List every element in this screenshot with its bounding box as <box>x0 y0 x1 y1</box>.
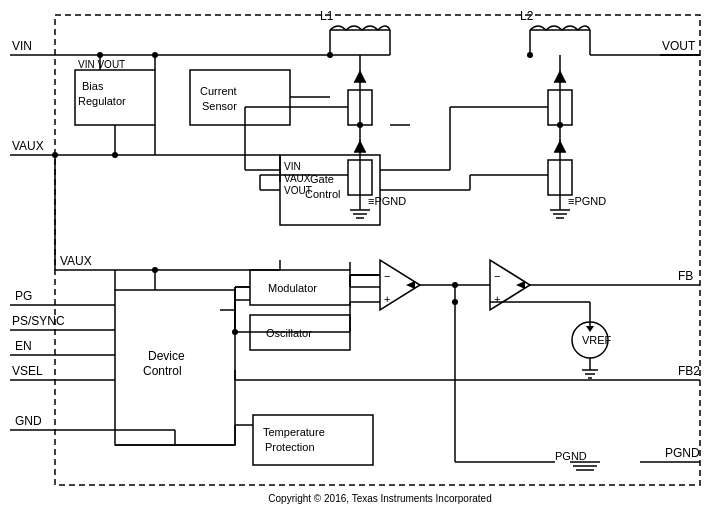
svg-text:Control: Control <box>143 364 182 378</box>
diagram-container: VIN VOUT L1 L2 <box>0 0 717 511</box>
svg-text:VAUX: VAUX <box>12 139 44 153</box>
svg-point-146 <box>452 282 458 288</box>
svg-text:PGND: PGND <box>555 450 587 462</box>
svg-text:L2: L2 <box>520 9 534 23</box>
svg-text:PGND: PGND <box>665 446 700 460</box>
svg-marker-23 <box>354 140 366 152</box>
svg-text:L1: L1 <box>320 9 334 23</box>
svg-text:Regulator: Regulator <box>78 95 126 107</box>
svg-point-65 <box>112 152 118 158</box>
svg-text:Current: Current <box>200 85 237 97</box>
svg-text:VREF: VREF <box>582 334 612 346</box>
svg-text:VIN    VOUT: VIN VOUT <box>78 59 125 70</box>
svg-point-49 <box>557 122 563 128</box>
svg-text:Bias: Bias <box>82 80 104 92</box>
svg-text:Sensor: Sensor <box>202 100 237 112</box>
svg-text:VAUX: VAUX <box>60 254 92 268</box>
svg-text:GND: GND <box>15 414 42 428</box>
svg-point-32 <box>357 122 363 128</box>
svg-text:≡PGND: ≡PGND <box>368 195 406 207</box>
svg-text:Temperature: Temperature <box>263 426 325 438</box>
svg-text:VIN: VIN <box>284 161 301 172</box>
svg-text:−: − <box>384 270 390 282</box>
svg-text:VOUT: VOUT <box>284 185 312 196</box>
svg-marker-40 <box>554 140 566 152</box>
svg-text:FB2: FB2 <box>678 364 700 378</box>
svg-text:+: + <box>384 293 390 305</box>
svg-text:−: − <box>494 270 500 282</box>
svg-rect-0 <box>55 15 700 485</box>
svg-rect-66 <box>190 70 290 125</box>
svg-marker-127 <box>406 281 415 289</box>
svg-point-182 <box>452 299 458 305</box>
svg-text:Oscillator: Oscillator <box>266 327 312 339</box>
svg-marker-18 <box>354 70 366 82</box>
svg-marker-35 <box>554 70 566 82</box>
svg-text:EN: EN <box>15 339 32 353</box>
svg-text:VIN: VIN <box>12 39 32 53</box>
svg-text:VSEL: VSEL <box>12 364 43 378</box>
svg-text:VOUT: VOUT <box>662 39 696 53</box>
svg-rect-167 <box>253 415 373 465</box>
svg-point-190 <box>232 329 238 335</box>
svg-marker-131 <box>516 281 525 289</box>
svg-text:Modulator: Modulator <box>268 282 317 294</box>
svg-text:PS/SYNC: PS/SYNC <box>12 314 65 328</box>
svg-text:+: + <box>494 293 500 305</box>
svg-text:≡PGND: ≡PGND <box>568 195 606 207</box>
svg-text:Protection: Protection <box>265 441 315 453</box>
svg-text:Copyright © 2016, Texas Instru: Copyright © 2016, Texas Instruments Inco… <box>268 493 491 504</box>
svg-text:FB: FB <box>678 269 693 283</box>
svg-line-140 <box>350 275 380 287</box>
svg-text:PG: PG <box>15 289 32 303</box>
svg-marker-152 <box>586 326 594 332</box>
svg-text:Device: Device <box>148 349 185 363</box>
svg-point-115 <box>52 152 58 158</box>
svg-point-59 <box>97 52 103 58</box>
